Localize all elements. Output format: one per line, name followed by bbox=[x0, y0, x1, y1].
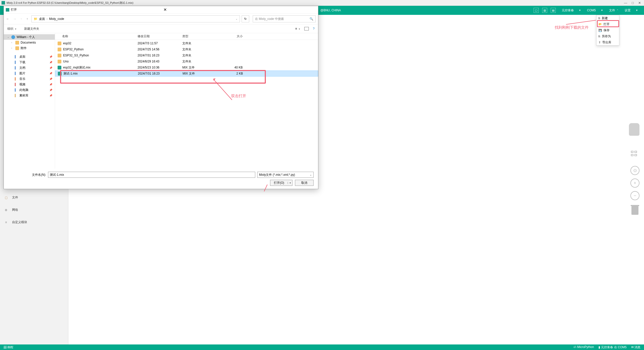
pin-icon: 📌 bbox=[49, 94, 52, 97]
column-type[interactable]: 类型 bbox=[182, 34, 220, 39]
settings-menu-trigger[interactable]: 设置▼ bbox=[622, 7, 640, 13]
file-dropdown-menu: ⎘ 新建 📂 打开 💾 保存 ⎘ 另存为 ⇪ 导出库 bbox=[596, 15, 619, 46]
folder-icon: 📁 bbox=[34, 17, 37, 21]
nav-forward-button[interactable]: → bbox=[13, 17, 16, 21]
zoom-out-button[interactable]: − bbox=[630, 191, 639, 200]
tree-item-documents[interactable]: › Documents bbox=[4, 40, 55, 45]
address-bar[interactable]: 📁 桌面 › Mixly_code ⌄ bbox=[31, 15, 240, 22]
chevron-down-icon[interactable]: ⌄ bbox=[236, 18, 238, 20]
folder-icon bbox=[58, 60, 61, 63]
save-icon[interactable]: ▢ bbox=[534, 8, 539, 13]
column-name[interactable]: 名称 bbox=[62, 34, 138, 39]
sidebar-item[interactable]: ⊕网络 bbox=[0, 204, 68, 216]
chevron-down-icon[interactable]: ⌄ bbox=[7, 36, 10, 38]
filetype-select[interactable]: Mixly文件 (*.mix;*.xml;*.py)⌄ bbox=[257, 172, 314, 178]
folder-color-icon bbox=[15, 61, 16, 64]
file-row[interactable]: ESP32_S3_Python2024/7/31 16:23文件夹 bbox=[55, 52, 318, 58]
nav-up-button[interactable]: ↑ bbox=[26, 17, 28, 21]
board-status: ▮ 元控青春 在 COM5 bbox=[598, 345, 627, 349]
trash-icon[interactable] bbox=[631, 206, 638, 215]
organize-button[interactable]: 组织 ▼ bbox=[7, 27, 17, 31]
quick-access-item[interactable]: 文档📌 bbox=[4, 65, 55, 71]
open-button[interactable]: 打开(O) ▾ bbox=[270, 180, 292, 186]
onedrive-icon bbox=[11, 35, 15, 39]
sidebar-item[interactable]: ≡自定义模块 bbox=[0, 216, 68, 228]
help-button[interactable]: ? bbox=[313, 27, 315, 30]
examples-link[interactable]: ▦ 例程 bbox=[4, 345, 13, 349]
close-button[interactable]: ✕ bbox=[638, 1, 641, 5]
quick-access-item[interactable]: 此电脑📌 bbox=[4, 87, 55, 93]
toolbar-right: ▢ ▥ ▤ 元控青春▼ COM5▼ 文件⌃ 设置▼ bbox=[534, 7, 640, 13]
chevron-right-icon[interactable]: › bbox=[11, 41, 14, 44]
pin-icon: 📌 bbox=[49, 61, 52, 64]
preview-pane-button[interactable] bbox=[304, 27, 309, 30]
breadcrumb-item[interactable]: 桌面 bbox=[39, 17, 45, 21]
minimize-button[interactable]: — bbox=[624, 1, 627, 5]
quick-access-item[interactable]: 音乐📌 bbox=[4, 76, 55, 82]
refresh-button[interactable]: ↻ bbox=[242, 15, 249, 22]
maximize-button[interactable]: □ bbox=[632, 1, 634, 5]
new-folder-button[interactable]: 新建文件夹 bbox=[24, 27, 39, 31]
view-mode-button[interactable]: ≡ ▼ bbox=[295, 27, 300, 30]
menu-save-as[interactable]: ⎘ 另存为 bbox=[596, 33, 619, 39]
file-row[interactable]: esp322024/7/3 11:57文件夹 bbox=[55, 40, 318, 46]
menu-new[interactable]: ⎘ 新建 bbox=[596, 15, 619, 21]
center-button[interactable]: ⊙ bbox=[630, 166, 639, 175]
file-row[interactable]: esp32_mqtt测试.mix2024/5/23 10:36MIX 文件40 … bbox=[55, 64, 318, 71]
tree-item-attachments[interactable]: › 附件 bbox=[4, 45, 55, 51]
language-status: ‹/› MicroPython bbox=[574, 345, 594, 349]
menu-open[interactable]: 📂 打开 bbox=[596, 21, 619, 27]
sidebar-item[interactable]: ▢文件 bbox=[0, 191, 68, 204]
layout-icon[interactable]: ▥ bbox=[542, 8, 547, 13]
doc-icon: ▢ bbox=[4, 195, 9, 200]
messages-link[interactable]: ✉ 消息 bbox=[631, 345, 640, 349]
open-dropdown[interactable]: ▾ bbox=[288, 182, 292, 184]
quick-access-item[interactable]: 视频📌 bbox=[4, 82, 55, 87]
window-titlebar: Mixly 2.0 rc4 For Python ESP32-S3 (C:\Us… bbox=[0, 0, 644, 6]
column-size[interactable]: 大小 bbox=[220, 34, 243, 39]
annotation-arrow-2 bbox=[213, 79, 232, 100]
cancel-button[interactable]: 取消 bbox=[295, 180, 314, 186]
file-row[interactable]: Uno2024/6/29 16:43文件夹 bbox=[55, 58, 318, 64]
fullscreen-icon[interactable] bbox=[631, 151, 638, 156]
quick-access-item[interactable]: 桌面📌 bbox=[4, 54, 55, 59]
panel-icon[interactable]: ▤ bbox=[551, 8, 556, 13]
dialog-close-button[interactable]: ✕ bbox=[161, 7, 316, 12]
folder-icon bbox=[58, 48, 61, 51]
chevron-right-icon[interactable]: › bbox=[11, 47, 14, 49]
dialog-titlebar: 打开 ✕ bbox=[4, 6, 318, 14]
file-row[interactable]: ESP32_Python2024/7/25 14:56文件夹 bbox=[55, 46, 318, 52]
menu-export[interactable]: ⇪ 导出库 bbox=[596, 39, 619, 45]
quick-access-item[interactable]: 素材库📌 bbox=[4, 93, 55, 98]
board-select[interactable]: 元控青春▼ bbox=[559, 7, 584, 13]
file-date: 2024/7/31 16:23 bbox=[138, 72, 183, 75]
nav-back-button[interactable]: ← bbox=[6, 17, 9, 21]
search-input[interactable]: 在 Mixly_code 中搜索 🔍 bbox=[253, 15, 316, 22]
breadcrumb-item[interactable]: Mixly_code bbox=[49, 17, 64, 21]
file-name: esp32_mqtt测试.mix bbox=[63, 65, 91, 70]
file-size: 40 KB bbox=[220, 66, 243, 69]
tree-item-personal[interactable]: ⌄ William - 个人 bbox=[4, 34, 55, 40]
quick-access-item[interactable]: 下载📌 bbox=[4, 59, 55, 65]
zoom-in-button[interactable]: + bbox=[630, 179, 639, 188]
dialog-footer: 文件名(N): Mixly文件 (*.mix;*.xml;*.py)⌄ 打开(O… bbox=[4, 169, 318, 189]
mix-icon bbox=[58, 66, 61, 69]
open-file-dialog: 打开 ✕ ← → ⌄ ↑ 📁 桌面 › Mixly_code ⌄ ↻ 在 Mix… bbox=[4, 6, 318, 189]
file-type: MIX 文件 bbox=[183, 72, 220, 76]
file-type: 文件夹 bbox=[182, 47, 220, 52]
filename-input[interactable] bbox=[48, 172, 255, 178]
file-menu-trigger[interactable]: 文件⌃ bbox=[607, 7, 621, 13]
folder-color-icon bbox=[15, 72, 16, 75]
port-select[interactable]: COM5▼ bbox=[584, 7, 606, 13]
column-date[interactable]: 修改日期 bbox=[138, 34, 182, 39]
folder-color-icon bbox=[15, 94, 16, 97]
quick-access-item[interactable]: 图片📌 bbox=[4, 71, 55, 76]
nav-recent-button[interactable]: ⌄ bbox=[20, 17, 22, 21]
file-date: 2024/7/3 11:57 bbox=[138, 42, 182, 45]
backpack-icon[interactable] bbox=[629, 123, 639, 136]
pin-icon: 📌 bbox=[49, 72, 52, 75]
file-row[interactable]: 测试-1.mix2024/7/31 16:23MIX 文件2 KB bbox=[55, 71, 318, 77]
canvas-tools bbox=[629, 123, 639, 136]
menu-save[interactable]: 💾 保存 bbox=[596, 27, 619, 33]
dialog-title: 打开 bbox=[11, 8, 161, 12]
